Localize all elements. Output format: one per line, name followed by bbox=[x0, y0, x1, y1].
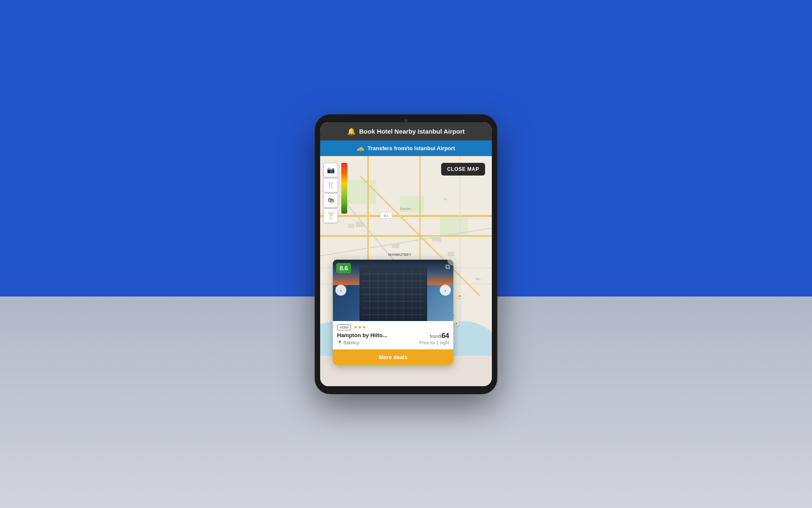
prev-image-button[interactable]: ‹ bbox=[335, 285, 346, 296]
hotel-location-row: 📍 Bakirkoy Price for 1 night bbox=[337, 340, 449, 345]
tablet-camera bbox=[404, 119, 408, 122]
tablet-screen: 🔔 Book Hotel Nearby Istanbul Airport 🚕 T… bbox=[320, 122, 492, 386]
tablet: 🔔 Book Hotel Nearby Istanbul Airport 🚕 T… bbox=[315, 115, 497, 394]
camera-tool-btn[interactable]: 📷 bbox=[324, 163, 338, 177]
svg-text:C...: C... bbox=[444, 197, 449, 200]
shopping-tool-btn[interactable]: 🛍 bbox=[324, 193, 338, 208]
hotel-type-badge: Hotel bbox=[337, 324, 351, 330]
svg-rect-1 bbox=[344, 180, 376, 204]
hotel-price-column: from$64 bbox=[430, 332, 449, 340]
hotel-type-row: Hotel ★★★ bbox=[337, 324, 449, 330]
hotel-popup-card: × 8.6 ⧉ ‹ › Hotel ★★ bbox=[333, 260, 453, 365]
hotel-nights-label: Price for 1 night bbox=[420, 340, 449, 345]
svg-rect-3 bbox=[440, 216, 468, 236]
close-map-button[interactable]: CLOSE MAP bbox=[441, 163, 485, 176]
transfer-icon: 🚕 bbox=[357, 145, 364, 152]
bar-tool-btn[interactable]: 🍸 bbox=[324, 209, 338, 223]
map-dot[interactable] bbox=[454, 321, 458, 326]
svg-rect-29 bbox=[448, 252, 454, 255]
hotel-stars: ★★★ bbox=[354, 324, 366, 330]
hotel-from-label: from$ bbox=[430, 334, 442, 339]
map-tools: 📷 🍴 🛍 🍸 bbox=[324, 163, 338, 223]
bell-icon: 🔔 bbox=[347, 127, 356, 135]
color-legend bbox=[341, 163, 347, 214]
header-bar: 🔔 Book Hotel Nearby Istanbul Airport bbox=[320, 122, 492, 140]
svg-rect-26 bbox=[356, 222, 364, 226]
hotel-name: Hampton by Hilto... bbox=[337, 332, 430, 338]
hotel-name-row: Hampton by Hilto... from$64 bbox=[337, 332, 449, 340]
hotel-image-container: 8.6 ⧉ ‹ › bbox=[333, 260, 453, 321]
svg-rect-27 bbox=[392, 244, 399, 247]
map-area[interactable]: 0-2 0-2 MAHMUTBEY Esenler C... Ko... SEF… bbox=[320, 156, 492, 386]
more-deals-button[interactable]: More deals bbox=[333, 349, 453, 365]
header-title: Book Hotel Nearby Istanbul Airport bbox=[359, 128, 464, 135]
svg-text:MAHMUTBEY: MAHMUTBEY bbox=[388, 253, 411, 257]
hotel-price: 64 bbox=[442, 332, 449, 339]
hotel-score-badge: 8.6 bbox=[336, 263, 351, 273]
transfer-bar[interactable]: 🚕 Transfers from/to Istanbul Airport bbox=[320, 140, 492, 156]
svg-text:Ko...: Ko... bbox=[476, 277, 483, 280]
hotel-location-text: Bakirkoy bbox=[343, 340, 359, 345]
next-image-button[interactable]: › bbox=[440, 285, 451, 296]
svg-text:0-2: 0-2 bbox=[384, 214, 388, 217]
svg-rect-25 bbox=[348, 224, 354, 228]
map-dot[interactable] bbox=[458, 294, 462, 298]
transfer-title: Transfers from/to Istanbul Airport bbox=[368, 145, 455, 151]
svg-text:Esenler: Esenler bbox=[400, 207, 411, 211]
pin-icon: 📍 bbox=[337, 340, 342, 345]
scene: 🔔 Book Hotel Nearby Istanbul Airport 🚕 T… bbox=[315, 115, 497, 394]
hotel-info: Hotel ★★★ Hampton by Hilto... from$64 bbox=[333, 321, 453, 347]
svg-rect-28 bbox=[432, 236, 441, 241]
restaurant-tool-btn[interactable]: 🍴 bbox=[324, 178, 338, 192]
hotel-location: 📍 Bakirkoy bbox=[337, 340, 359, 345]
